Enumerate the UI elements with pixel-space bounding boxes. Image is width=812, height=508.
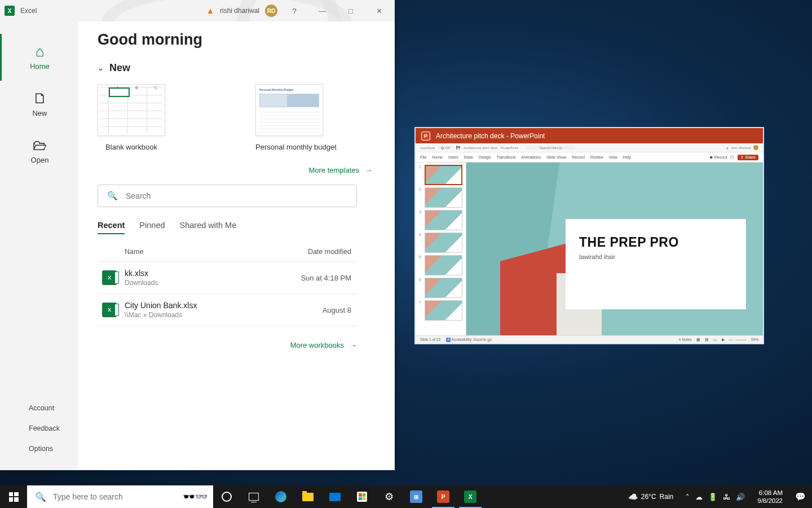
- ribbon-tab[interactable]: File: [420, 155, 426, 159]
- ribbon-tab[interactable]: Transitions: [497, 155, 516, 159]
- settings-icon[interactable]: ⚙: [376, 485, 403, 508]
- save-icon[interactable]: 💾: [456, 146, 460, 150]
- table-header: Name Date modified: [98, 240, 357, 262]
- slide-canvas[interactable]: THE PREP PRO lawirahd ihsir: [466, 163, 763, 335]
- maximize-button[interactable]: □: [339, 7, 362, 15]
- minimize-button[interactable]: —: [311, 7, 334, 15]
- nav-new-label: New: [32, 109, 47, 117]
- slide-thumb[interactable]: [425, 187, 462, 208]
- view-normal-icon[interactable]: ▦: [696, 338, 700, 342]
- record-button[interactable]: ⏺ Record: [709, 155, 727, 159]
- tray-volume-icon[interactable]: 🔊: [736, 493, 745, 501]
- ribbon-tab[interactable]: Home: [432, 155, 443, 159]
- slide-thumb[interactable]: [425, 255, 462, 275]
- nav-feedback[interactable]: Feedback: [29, 418, 78, 439]
- slide-thumbnails[interactable]: 1 2 3 4 5 6 7: [416, 163, 466, 335]
- file-explorer-icon[interactable]: [294, 485, 321, 508]
- view-sorter-icon[interactable]: ▤: [705, 338, 709, 342]
- search-icon: 🔍: [35, 492, 46, 502]
- help-button[interactable]: ?: [283, 7, 306, 15]
- ppt-statusbar: Slide 1 of 23 ♿ Accessibility: Good to g…: [416, 335, 763, 343]
- system-tray: ☁️ 26°C Rain ˄ ☁ 🔋 🖧 🔊 6:08 AM 9/8/2022 …: [624, 485, 812, 508]
- ribbon-tab[interactable]: Review: [590, 155, 603, 159]
- cortana-button[interactable]: [213, 485, 240, 508]
- ppt-avatar[interactable]: [753, 145, 758, 150]
- close-button[interactable]: ✕: [368, 7, 390, 15]
- misc-app-icon[interactable]: ⊞: [403, 485, 430, 508]
- ribbon-tab[interactable]: Record: [572, 155, 585, 159]
- ribbon-tab[interactable]: Insert: [448, 155, 458, 159]
- ribbon-tab[interactable]: Help: [623, 155, 631, 159]
- view-reading-icon[interactable]: ▭: [713, 338, 717, 342]
- ppt-search[interactable]: Search (Alt+Q): [526, 146, 576, 150]
- file-row[interactable]: X kk.xlsx Downloads Sun at 4:18 PM: [98, 262, 357, 294]
- weather-widget[interactable]: ☁️ 26°C Rain: [624, 492, 678, 501]
- accessibility-status[interactable]: ♿ Accessibility: Good to go: [446, 338, 492, 342]
- tray-network-icon[interactable]: 🖧: [723, 493, 730, 501]
- ppt-body: 1 2 3 4 5 6 7 THE PREP PRO lawirahd ihsi…: [416, 163, 763, 335]
- ppt-quick-access: AutoSave ⏻ Off 💾 Architecture pitch deck…: [416, 143, 763, 152]
- file-path: Downloads: [125, 279, 301, 287]
- nav-open[interactable]: 🗁 Open: [0, 128, 78, 174]
- powerpoint-preview-window[interactable]: P Architecture pitch deck - PowerPoint A…: [414, 127, 764, 344]
- ribbon-tab[interactable]: Animations: [522, 155, 541, 159]
- view-slideshow-icon[interactable]: ▶: [722, 338, 725, 342]
- mail-app-icon[interactable]: [321, 485, 348, 508]
- tab-pinned[interactable]: Pinned: [139, 221, 165, 234]
- tray-onedrive-icon[interactable]: ☁: [695, 493, 703, 501]
- titlebar-username[interactable]: rishi dhariwal: [220, 7, 259, 15]
- taskbar-clock[interactable]: 6:08 AM 9/8/2022: [753, 489, 787, 505]
- ribbon-tab[interactable]: Draw: [464, 155, 473, 159]
- search-input[interactable]: [126, 191, 347, 200]
- zoom-level[interactable]: 59%: [751, 338, 758, 341]
- edge-app-icon[interactable]: [267, 485, 294, 508]
- share-button[interactable]: ⇪ Share: [738, 155, 758, 160]
- ms-store-icon[interactable]: [348, 485, 376, 508]
- ribbon-tab[interactable]: Design: [479, 155, 491, 159]
- file-row[interactable]: X City Union Bank.xlsx \\Mac » Downloads…: [98, 294, 357, 326]
- start-button[interactable]: [0, 485, 27, 508]
- excel-nav-sidebar: ⌂ Home 🗋 New 🗁 Open Account Feedback Opt…: [0, 0, 78, 470]
- template-blank-label: Blank workbook: [98, 143, 165, 151]
- autosave-toggle[interactable]: ⏻ Off: [438, 146, 453, 150]
- ppt-username: rishi dhariwal: [731, 146, 751, 150]
- more-templates-link[interactable]: More templates →: [98, 166, 372, 174]
- tray-chevron-icon[interactable]: ˄: [686, 493, 690, 501]
- windows-logo-icon: [9, 492, 19, 502]
- nav-new[interactable]: 🗋 New: [0, 81, 78, 128]
- clock-time: 6:08 AM: [757, 489, 783, 497]
- slide-thumb[interactable]: [425, 300, 462, 321]
- nav-home[interactable]: ⌂ Home: [0, 34, 78, 81]
- slide-thumb[interactable]: [425, 165, 462, 185]
- col-name-header: Name: [125, 248, 308, 256]
- action-center-icon[interactable]: 💬: [791, 492, 810, 502]
- template-budget-label: Personal monthly budget: [255, 143, 337, 151]
- more-workbooks-link[interactable]: More workbooks →: [98, 341, 357, 349]
- excel-taskbar-icon[interactable]: X: [457, 485, 484, 508]
- tray-battery-icon[interactable]: 🔋: [708, 493, 717, 501]
- template-monthly-budget[interactable]: Personal Monthly Budget Personal monthly…: [255, 84, 337, 151]
- warning-icon[interactable]: ▲: [206, 6, 214, 15]
- tab-recent[interactable]: Recent: [98, 221, 125, 234]
- template-blank-workbook[interactable]: A B C Blank workbook: [98, 84, 165, 151]
- nav-options[interactable]: Options: [29, 439, 78, 459]
- nav-account[interactable]: Account: [29, 398, 78, 418]
- tab-shared[interactable]: Shared with Me: [180, 221, 237, 234]
- ribbon-tab[interactable]: View: [609, 155, 617, 159]
- user-avatar[interactable]: RD: [265, 5, 277, 17]
- slide-thumb[interactable]: [425, 210, 462, 230]
- slide-thumb[interactable]: [425, 278, 462, 298]
- search-highlight-icon[interactable]: 🕶️👓: [183, 491, 208, 503]
- taskbar-search[interactable]: 🔍 🕶️👓: [27, 485, 213, 508]
- notes-button[interactable]: ≡ Notes: [679, 338, 692, 341]
- warning-icon: ▲: [726, 146, 729, 150]
- ribbon-tab[interactable]: Slide Show: [546, 155, 566, 159]
- search-box[interactable]: 🔍: [98, 185, 357, 207]
- file-path: \\Mac » Downloads: [125, 311, 323, 319]
- powerpoint-taskbar-icon[interactable]: P: [430, 485, 457, 508]
- task-view-button[interactable]: [240, 485, 267, 508]
- present-button[interactable]: ▢: [730, 155, 734, 160]
- zoom-slider[interactable]: — · ———: [729, 338, 747, 341]
- new-section-header[interactable]: ⌄ New: [98, 62, 372, 74]
- slide-thumb[interactable]: [425, 233, 462, 253]
